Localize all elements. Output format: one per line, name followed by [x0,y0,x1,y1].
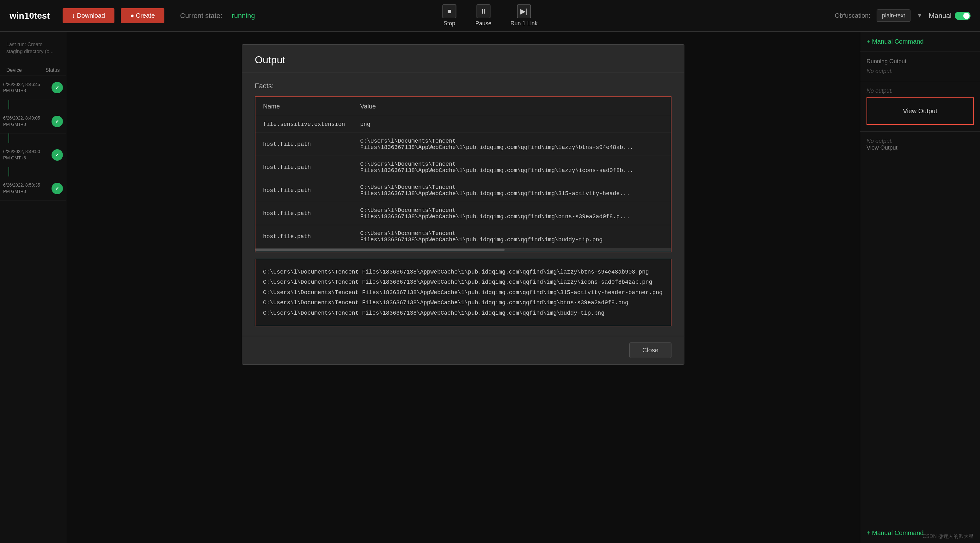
col-value-header: Value [353,97,671,116]
view-output-text: View Output [903,108,937,115]
cell-value-0: png [353,116,671,133]
app-title: win10test [10,11,50,21]
timeline-item-4[interactable]: 6/26/2022, 8:50:35PM GMT+8 ✓ [0,177,66,201]
running-output-label: Running Output [867,58,974,65]
col-device: Device [6,67,22,73]
toggle-switch[interactable] [955,12,970,20]
obfuscation-label: Obfuscation: [835,12,870,19]
output-line: C:\Users\l\Documents\Tencent Files\18363… [263,267,663,277]
timeline-item-2[interactable]: 6/26/2022, 8:49:05PM GMT+8 ✓ [0,110,66,134]
no-output-1: No output. [867,68,974,75]
output-modal: Output Facts: Name Value [242,44,684,365]
output-line: C:\Users\l\Documents\Tencent Files\18363… [263,277,663,287]
col-status: Status [46,67,60,73]
table-row: host.file.pathC:\Users\l\Documents\Tence… [255,156,671,179]
timeline-dot-2: ✓ [51,116,63,127]
output-line: C:\Users\l\Documents\Tencent Files\18363… [263,298,663,308]
timeline-connector-1 [8,100,9,110]
cell-name-3: host.file.path [255,179,353,202]
modal-footer: Close [242,336,684,364]
output-section-2: No output. View Output [860,81,980,132]
center-controls: ■ Stop ⏸ Pause ▶| Run 1 Link [442,5,538,27]
pause-label: Pause [475,20,491,27]
top-bar: win10test ↓ Download ● Create Current st… [0,0,980,32]
output-text-box: C:\Users\l\Documents\Tencent Files\18363… [255,259,671,326]
no-output-3: No output. [867,138,974,145]
timeline-dot-1: ✓ [51,82,63,93]
right-sidebar-top: + Manual Command [860,32,980,52]
output-section-3: No output. View Output [860,132,980,161]
manual-command-button-top[interactable]: + Manual Command [867,38,974,45]
close-button[interactable]: Close [629,342,671,358]
footer-watermark: CSDN @迷人的派大星 [923,533,974,540]
table-row: file.sensitive.extensionpng [255,116,671,133]
facts-container: Name Value file.sensitive.extensionpngho… [255,96,671,252]
run-label: Run 1 Link [510,20,538,27]
sidebar-col-headers: Device Status [0,65,66,76]
obfuscation-select[interactable]: plain-text [877,10,910,22]
cell-name-2: host.file.path [255,156,353,179]
modal-overlay: Output Facts: Name Value [67,32,860,543]
no-output-2: No output. [867,88,974,94]
timeline-time-2: 6/26/2022, 8:49:05PM GMT+8 [3,115,48,127]
timeline-dot-3: ✓ [51,149,63,161]
cell-name-5: host.file.path [255,225,353,248]
modal-header: Output [242,45,684,72]
cell-value-5: C:\Users\l\Documents\Tencent Files\18363… [353,225,671,248]
current-state-value: running [232,12,255,20]
table-scrollbar[interactable] [255,248,671,252]
table-row: host.file.pathC:\Users\l\Documents\Tence… [255,133,671,156]
output-line: C:\Users\l\Documents\Tencent Files\18363… [263,287,663,298]
main-area: Last run: Create staging directory (o...… [0,32,980,543]
manual-label: Manual [929,12,951,20]
chevron-down-icon: ▼ [917,12,923,19]
cell-value-3: C:\Users\l\Documents\Tencent Files\18363… [353,179,671,202]
stop-label: Stop [444,20,455,27]
cell-value-2: C:\Users\l\Documents\Tencent Files\18363… [353,156,671,179]
current-state-label: Current state: [180,12,222,20]
timeline-connector-3 [8,167,9,177]
timeline-time-3: 6/26/2022, 8:49:50PM GMT+8 [3,149,48,161]
col-name-header: Name [255,97,353,116]
table-scroll-thumb [255,248,504,251]
pause-button[interactable]: ⏸ Pause [475,5,491,27]
output-line: C:\Users\l\Documents\Tencent Files\18363… [263,308,663,318]
last-run-text: Last run: Create staging directory (o... [0,38,66,59]
download-button[interactable]: ↓ Download [63,8,115,23]
facts-table: Name Value file.sensitive.extensionpngho… [255,97,671,248]
create-button[interactable]: ● Create [121,8,164,23]
run-button[interactable]: ▶| Run 1 Link [510,5,538,27]
cell-name-1: host.file.path [255,133,353,156]
right-sidebar: + Manual Command Running Output No outpu… [860,32,980,543]
stop-button[interactable]: ■ Stop [442,5,456,27]
table-row: host.file.pathC:\Users\l\Documents\Tence… [255,225,671,248]
cell-value-4: C:\Users\l\Documents\Tencent Files\18363… [353,202,671,225]
table-row: host.file.pathC:\Users\l\Documents\Tence… [255,179,671,202]
running-output-section: Running Output No output. [860,52,980,81]
cell-name-0: file.sensitive.extension [255,116,353,133]
view-output-label-3[interactable]: View Output [867,145,974,151]
left-sidebar: Last run: Create staging directory (o...… [0,32,67,543]
table-row: host.file.pathC:\Users\l\Documents\Tence… [255,202,671,225]
cell-value-1: C:\Users\l\Documents\Tencent Files\18363… [353,133,671,156]
timeline-connector-2 [8,134,9,143]
timeline-dot-4: ✓ [51,183,63,194]
modal-body: Facts: Name Value file.sensitive.extensi… [242,72,684,336]
stop-icon: ■ [442,5,456,18]
cell-name-4: host.file.path [255,202,353,225]
run-icon: ▶| [517,5,531,18]
pause-icon: ⏸ [476,5,490,18]
timeline-time-4: 6/26/2022, 8:50:35PM GMT+8 [3,182,48,194]
view-output-button[interactable]: View Output [867,97,974,125]
modal-title: Output [255,54,671,66]
facts-label: Facts: [255,82,671,90]
right-controls: Obfuscation: plain-text ▼ Manual [835,10,970,22]
center-panel: Output Facts: Name Value [67,32,860,543]
timeline-item-3[interactable]: 6/26/2022, 8:49:50PM GMT+8 ✓ [0,143,66,167]
timeline-time-1: 6/26/2022, 8:46:45PM GMT+8 [3,81,48,94]
manual-toggle[interactable]: Manual [929,12,970,20]
timeline-item-1[interactable]: 6/26/2022, 8:46:45PM GMT+8 ✓ [0,76,66,100]
